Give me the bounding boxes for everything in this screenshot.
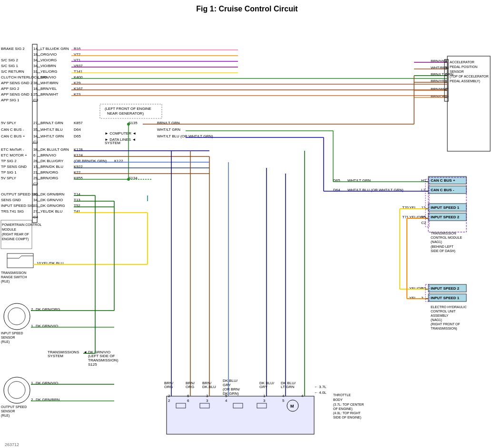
svg-text:APP SENS GND 2: APP SENS GND 2: [1, 81, 33, 85]
svg-text:RANGE SWITCH: RANGE SWITCH: [1, 275, 27, 279]
svg-text:INPUT SPEED SIG: INPUT SPEED SIG: [1, 204, 34, 208]
svg-text:MODULE: MODULE: [2, 228, 16, 231]
svg-text:C3: C3: [33, 98, 39, 102]
svg-text:5V SPLY: 5V SPLY: [1, 176, 17, 180]
svg-text:CONTROL UNIT: CONTROL UNIT: [431, 310, 456, 313]
svg-text:(4.0L: TOP RIGHT: (4.0L: TOP RIGHT: [333, 411, 361, 415]
svg-text:PEDAL POSITION: PEDAL POSITION: [450, 65, 477, 68]
svg-text:VIO/BRN: VIO/BRN: [40, 64, 56, 68]
svg-text:D65: D65: [74, 134, 81, 138]
svg-text:(NAG1): (NAG1): [431, 240, 442, 244]
svg-text:ENGINE COMPT): ENGINE COMPT): [2, 237, 29, 241]
svg-text:BRAKE SIG 2: BRAKE SIG 2: [1, 47, 25, 51]
svg-text:C2: C2: [33, 182, 39, 186]
svg-text:DK BLU/: DK BLU/: [223, 379, 238, 383]
svg-text:SENSOR: SENSOR: [1, 409, 15, 413]
svg-text:ASSEMBLY: ASSEMBLY: [431, 314, 449, 317]
svg-text:CAN C BUS -: CAN C BUS -: [431, 188, 454, 192]
svg-text:(LEFT FRONT OF ENGINE: (LEFT FRONT OF ENGINE: [105, 107, 151, 111]
svg-text:SIDE OF ENGINE): SIDE OF ENGINE): [333, 416, 361, 419]
diagram-container: BRAKE SIG 2 14 LT BLU/DK GRN B16 18 ORG/…: [0, 16, 494, 448]
svg-text:BODY: BODY: [333, 398, 343, 401]
svg-text:CAN C BUS +: CAN C BUS +: [1, 134, 25, 138]
svg-text:TRANSMISSION): TRANSMISSION): [88, 358, 119, 362]
svg-text:► COMPUTER ◄: ► COMPUTER ◄: [105, 131, 136, 136]
svg-text:ACCELERATOR: ACCELERATOR: [450, 60, 474, 64]
svg-text:4: 4: [225, 399, 227, 403]
svg-text:6: 6: [187, 399, 189, 403]
page-title: Fig 1: Cruise Control Circuit: [0, 0, 494, 16]
svg-text:(NAG1): (NAG1): [431, 318, 442, 322]
svg-text:BRN/DK BLU: BRN/DK BLU: [40, 165, 63, 169]
svg-text:DK GRN/BRN: DK GRN/BRN: [40, 192, 64, 196]
svg-text:TRS.T41 SIG: TRS.T41 SIG: [1, 209, 24, 214]
svg-text:SENS GND: SENS GND: [1, 198, 21, 202]
svg-point-353: [127, 178, 130, 181]
svg-text:OUTPUT SPEED: OUTPUT SPEED: [1, 405, 27, 409]
svg-text:ELECTRO HYDRAULIC: ELECTRO HYDRAULIC: [431, 305, 466, 309]
svg-text:BRN/WHT: BRN/WHT: [40, 92, 58, 97]
svg-text:3: 3: [206, 399, 208, 403]
svg-text:YEL/ORG: YEL/ORG: [40, 69, 58, 74]
svg-text:INPUT SPEED 1: INPUT SPEED 1: [431, 205, 460, 210]
svg-text:5V SPLY: 5V SPLY: [1, 121, 17, 125]
svg-point-352: [127, 123, 130, 126]
svg-text:ORG/VIO: ORG/VIO: [40, 52, 57, 57]
svg-text:3: 3: [263, 399, 266, 403]
svg-text:TRANSMISSION: TRANSMISSION: [1, 271, 26, 274]
svg-text:CLUTCH INTERLOCK SIG: CLUTCH INTERLOCK SIG: [1, 75, 47, 79]
svg-text:ETC MoToR -: ETC MoToR -: [1, 147, 24, 152]
svg-text:←  4.0L: ← 4.0L: [314, 390, 326, 395]
svg-text:C1: C1: [33, 140, 39, 144]
svg-text:2: 2: [168, 394, 170, 398]
svg-text:D64: D64: [74, 127, 81, 132]
svg-text:BRN/ORG: BRN/ORG: [40, 176, 58, 180]
svg-text:1: 1: [263, 394, 266, 398]
svg-text:BRN/VIO: BRN/VIO: [40, 75, 56, 79]
svg-text:SYSTEM: SYSTEM: [48, 354, 63, 358]
svg-text:BRN/ORG: BRN/ORG: [40, 170, 58, 175]
svg-text:VIO/ORG: VIO/ORG: [40, 58, 57, 62]
svg-text:APP SENS GND 1: APP SENS GND 1: [1, 92, 33, 97]
svg-text:TP SENS GND: TP SENS GND: [1, 165, 27, 169]
svg-text:DK GRN/VIO: DK GRN/VIO: [40, 198, 63, 202]
svg-text:INPUT SPEED 2: INPUT SPEED 2: [431, 215, 460, 219]
svg-text:(OR BRN/: (OR BRN/: [223, 387, 240, 391]
svg-text:(RIGHT REAR OF: (RIGHT REAR OF: [2, 233, 29, 236]
svg-text:K857: K857: [74, 121, 83, 125]
svg-text:4: 4: [282, 394, 285, 398]
svg-text:APP SIG 1: APP SIG 1: [1, 98, 20, 102]
svg-text:(BEHIND LEFT: (BEHIND LEFT: [431, 245, 454, 249]
svg-text:TP SIG 2: TP SIG 2: [1, 159, 17, 163]
svg-text:ORG: ORG: [186, 385, 194, 389]
svg-text:TRANSMISSION: TRANSMISSION: [431, 232, 456, 235]
svg-text:263712: 263712: [5, 442, 19, 447]
svg-text:←  3.7L: ← 3.7L: [314, 385, 326, 389]
svg-text:YEL: YEL: [409, 296, 417, 300]
svg-text:2: 2: [168, 399, 170, 403]
svg-text:ORG: ORG: [164, 385, 173, 389]
svg-text:NEAR GENERATOR): NEAR GENERATOR): [107, 111, 144, 116]
svg-text:LT GRN: LT GRN: [281, 385, 295, 389]
svg-text:THROTTLE: THROTTLE: [333, 393, 351, 397]
svg-text:4: 4: [301, 394, 304, 398]
svg-text:YEL/DK BLU: YEL/DK BLU: [40, 209, 62, 214]
svg-text:(RLE): (RLE): [1, 414, 10, 418]
svg-text:6: 6: [187, 394, 189, 398]
svg-text:BRN/LT GRN: BRN/LT GRN: [40, 121, 63, 125]
svg-text:M: M: [290, 404, 294, 409]
svg-text:(RLE): (RLE): [1, 340, 10, 344]
svg-text:3: 3: [421, 296, 424, 300]
svg-text:WHT/LT GRN: WHT/LT GRN: [40, 134, 64, 138]
svg-text:(RLE): (RLE): [1, 280, 10, 283]
svg-text:(LEFT SIDE OF: (LEFT SIDE OF: [88, 354, 115, 358]
svg-text:BRN/YEL: BRN/YEL: [40, 87, 57, 91]
svg-text:3: 3: [206, 394, 208, 398]
svg-text:POWERTRAIN CONTROL: POWERTRAIN CONTROL: [2, 223, 42, 226]
svg-text:DK BLU/LT GRN: DK BLU/LT GRN: [40, 147, 69, 152]
svg-text:DK.BLU: DK.BLU: [202, 385, 216, 389]
svg-text:6: 6: [33, 153, 36, 157]
svg-text:APP SIG 2: APP SIG 2: [1, 87, 20, 91]
svg-text:WHT/LT BLU: WHT/LT BLU: [40, 127, 63, 132]
svg-text:ETC MOTOR +: ETC MOTOR +: [1, 153, 27, 157]
